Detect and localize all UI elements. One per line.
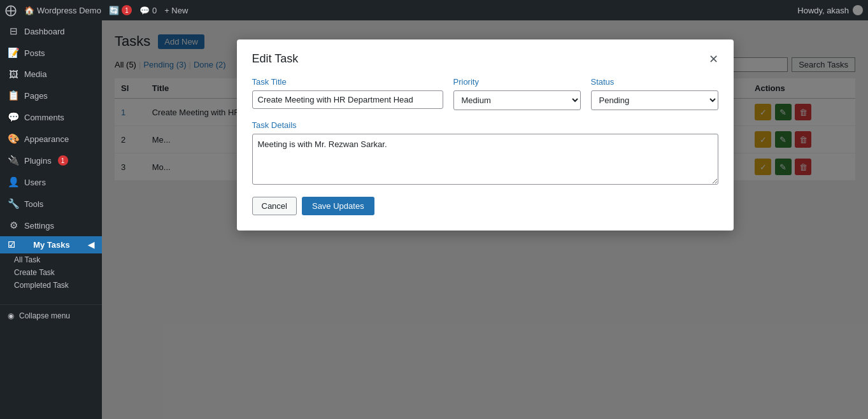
updates-icon: 🔄 bbox=[109, 6, 119, 15]
sidebar-item-plugins[interactable]: 🔌 Plugins 1 bbox=[0, 150, 102, 171]
save-updates-button[interactable]: Save Updates bbox=[302, 197, 374, 215]
media-icon: 🖼 bbox=[8, 69, 19, 80]
avatar bbox=[853, 5, 863, 15]
comments-icon: 💬 bbox=[8, 111, 19, 123]
dashboard-icon: ⊟ bbox=[8, 25, 19, 37]
plugins-badge: 1 bbox=[58, 155, 68, 166]
task-title-input[interactable] bbox=[252, 90, 443, 109]
sidebar-item-settings[interactable]: ⚙ Settings bbox=[0, 215, 102, 236]
collapse-icon: ◉ bbox=[8, 311, 14, 320]
task-details-label: Task Details bbox=[252, 120, 718, 130]
sidebar-item-appearance[interactable]: 🎨 Appearance bbox=[0, 128, 102, 150]
users-icon: 👤 bbox=[8, 176, 19, 188]
modal-close-button[interactable]: ✕ bbox=[709, 53, 718, 65]
sidebar-item-tools[interactable]: 🔧 Tools bbox=[0, 193, 102, 215]
modal-overlay: Edit Task ✕ Task Title Priority Low Medi… bbox=[102, 20, 868, 419]
form-group-title: Task Title bbox=[252, 77, 443, 110]
howdy-bar: Howdy, akash bbox=[797, 5, 863, 15]
sidebar-my-tasks[interactable]: ☑ My Tasks ◀ bbox=[0, 236, 102, 253]
form-group-priority: Priority Low Medium High bbox=[453, 77, 581, 110]
collapse-menu[interactable]: ◉ Collapse menu bbox=[0, 304, 102, 327]
priority-select[interactable]: Low Medium High bbox=[453, 90, 581, 110]
plugins-icon: 🔌 bbox=[8, 155, 19, 166]
status-label: Status bbox=[591, 77, 718, 87]
sidebar-sub-create-task[interactable]: Create Task bbox=[0, 266, 102, 279]
sidebar-item-dashboard[interactable]: ⊟ Dashboard bbox=[0, 20, 102, 42]
modal-footer: Cancel Save Updates bbox=[252, 197, 718, 215]
form-group-status: Status Pending Done bbox=[591, 77, 718, 110]
sidebar-sub-all-task[interactable]: All Task bbox=[0, 253, 102, 266]
settings-icon: ⚙ bbox=[8, 220, 19, 231]
chevron-icon: ◀ bbox=[88, 240, 94, 250]
priority-label: Priority bbox=[453, 77, 581, 87]
sidebar-sub-completed-task[interactable]: Completed Task bbox=[0, 279, 102, 292]
sidebar-item-users[interactable]: 👤 Users bbox=[0, 171, 102, 193]
wp-logo-icon[interactable]: ⨁ bbox=[5, 3, 17, 17]
form-row-top: Task Title Priority Low Medium High Stat… bbox=[252, 77, 718, 110]
updates-bar[interactable]: 🔄 1 bbox=[109, 5, 132, 15]
sidebar-item-comments[interactable]: 💬 Comments bbox=[0, 106, 102, 128]
comments-icon: 💬 bbox=[139, 6, 150, 15]
modal-header: Edit Task ✕ bbox=[252, 52, 718, 66]
tasks-icon: ☑ bbox=[8, 240, 15, 250]
pages-icon: 📋 bbox=[8, 90, 19, 101]
cancel-button[interactable]: Cancel bbox=[252, 197, 297, 215]
task-details-textarea[interactable]: Meeting is with Mr. Rezwan Sarkar. bbox=[252, 134, 718, 185]
content-area: Tasks Add New All (5) | Pending (3) | Do… bbox=[102, 20, 868, 419]
new-bar-item[interactable]: + New bbox=[164, 6, 188, 15]
tools-icon: 🔧 bbox=[8, 198, 19, 210]
task-title-label: Task Title bbox=[252, 77, 443, 87]
sidebar-item-pages[interactable]: 📋 Pages bbox=[0, 85, 102, 106]
comments-bar[interactable]: 💬 0 bbox=[139, 6, 157, 15]
home-icon: 🏠 bbox=[24, 6, 34, 15]
modal-title: Edit Task bbox=[252, 52, 299, 66]
sidebar-item-media[interactable]: 🖼 Media bbox=[0, 64, 102, 85]
edit-task-modal: Edit Task ✕ Task Title Priority Low Medi… bbox=[237, 39, 734, 231]
sidebar: ⊟ Dashboard 📝 Posts 🖼 Media 📋 Pages 💬 Co… bbox=[0, 20, 102, 419]
sidebar-item-posts[interactable]: 📝 Posts bbox=[0, 42, 102, 64]
status-select[interactable]: Pending Done bbox=[591, 90, 718, 110]
appearance-icon: 🎨 bbox=[8, 133, 19, 145]
site-name-bar[interactable]: 🏠 Wordpress Demo bbox=[24, 6, 101, 15]
form-group-details: Task Details Meeting is with Mr. Rezwan … bbox=[252, 120, 718, 187]
posts-icon: 📝 bbox=[8, 47, 19, 59]
admin-bar: ⨁ 🏠 Wordpress Demo 🔄 1 💬 0 + New Howdy, … bbox=[0, 0, 868, 20]
